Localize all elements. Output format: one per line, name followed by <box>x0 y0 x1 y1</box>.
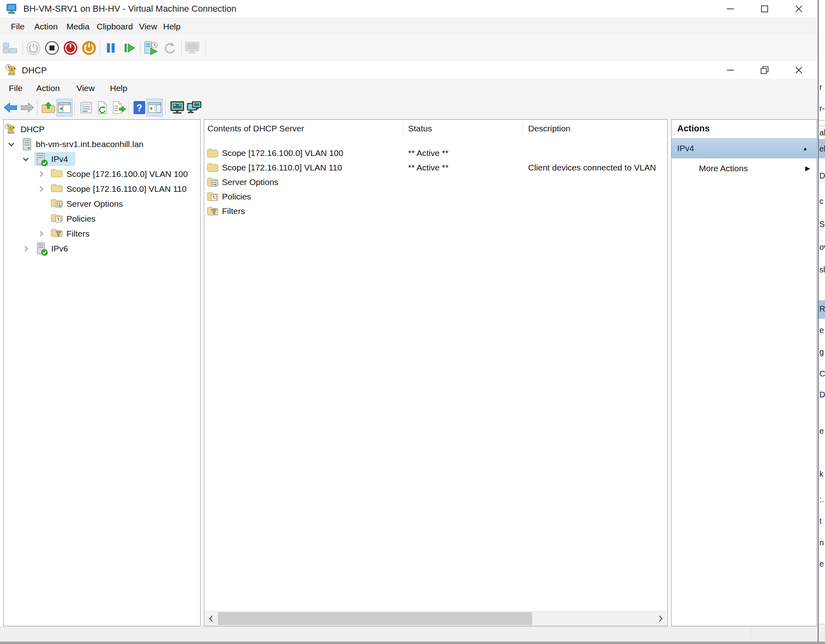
remote-desktop-icon[interactable] <box>169 99 185 116</box>
vm-menu-media[interactable]: Media <box>64 18 92 35</box>
scrollbar-thumb[interactable] <box>218 612 532 625</box>
save-icon[interactable] <box>81 39 97 57</box>
chevron-expanded-icon[interactable] <box>21 155 30 164</box>
close-button[interactable] <box>788 1 810 17</box>
up-one-level-icon[interactable] <box>40 99 56 116</box>
contents-list-pane: Contents of DHCP Server Status Descripti… <box>204 119 668 626</box>
vm-menu-clipboard[interactable]: Clipboard <box>94 18 135 35</box>
window-bottom-edge <box>0 642 825 644</box>
edge-text-fragment: sl <box>819 265 825 274</box>
edge-divider-line <box>819 126 825 126</box>
column-divider[interactable] <box>403 122 404 137</box>
tree-item-label: bh-vm-srv1.int.beaconhill.lan <box>36 139 143 149</box>
toolbar-separator <box>205 41 206 55</box>
column-header-contents[interactable]: Contents of DHCP Server <box>207 124 304 133</box>
edge-text-fragment: S <box>819 220 825 229</box>
tree-item-scope-100[interactable]: Scope [172.16.100.0] VLAN 100 <box>4 167 200 181</box>
refresh-icon[interactable] <box>94 99 110 116</box>
export-list-icon[interactable] <box>110 99 126 116</box>
dhcp-close-button[interactable] <box>788 62 810 78</box>
forward-icon[interactable] <box>19 99 35 116</box>
revert-icon[interactable] <box>161 39 178 57</box>
tree-item-label: Filters <box>66 229 89 239</box>
dhcp-server-icon <box>21 138 34 151</box>
list-row-policies[interactable]: Policies <box>204 190 667 204</box>
show-console-tree-icon[interactable] <box>56 99 73 116</box>
minimize-button[interactable] <box>719 1 741 17</box>
ctrl-alt-del-icon[interactable] <box>2 39 19 57</box>
column-divider[interactable] <box>522 122 523 137</box>
tree-item-ipv6[interactable]: IPv6 <box>4 241 200 256</box>
column-header-description[interactable]: Description <box>528 124 570 133</box>
list-row-scope-100[interactable]: Scope [172.16.100.0] VLAN 100 ** Active … <box>204 146 667 161</box>
actions-group-ipv4[interactable]: IPv4 ▲ <box>672 139 817 158</box>
column-header-status[interactable]: Status <box>408 124 432 133</box>
chevron-expanded-icon[interactable] <box>7 140 16 149</box>
list-row-scope-110[interactable]: Scope [172.16.110.0] VLAN 110 ** Active … <box>204 161 667 175</box>
pause-icon[interactable] <box>102 39 119 57</box>
vm-connection-app-icon <box>6 3 19 15</box>
actions-pane: Actions IPv4 ▲ More Actions ▶ <box>671 119 817 626</box>
tree-item-server-options[interactable]: Server Options <box>4 197 200 211</box>
tree-item-label: IPv4 <box>51 154 68 164</box>
scope-folder-icon <box>50 183 63 195</box>
help-icon[interactable]: ? <box>131 99 147 116</box>
reset-icon[interactable] <box>121 39 138 57</box>
tree-item-ipv4[interactable]: IPv4 <box>4 152 200 166</box>
show-action-pane-icon[interactable] <box>147 99 163 116</box>
checkpoint-icon[interactable] <box>143 39 160 57</box>
scroll-right-arrow[interactable] <box>654 611 667 626</box>
more-actions-label: More Actions <box>699 164 748 173</box>
chevron-collapsed-icon[interactable] <box>37 229 46 238</box>
maximize-button[interactable] <box>754 1 775 17</box>
scroll-left-arrow[interactable] <box>204 611 218 626</box>
vm-menu-action[interactable]: Action <box>32 18 60 35</box>
shut-down-icon[interactable] <box>62 39 79 57</box>
horizontal-scrollbar[interactable] <box>204 611 667 626</box>
tree-item-dhcp-root[interactable]: DHCP <box>4 122 200 137</box>
background-window-edge[interactable]: r r- al el Di c S ov sl R e g C D e k :.… <box>818 0 825 642</box>
actions-pane-title: Actions <box>677 123 710 134</box>
tree-item-scope-110[interactable]: Scope [172.16.110.0] VLAN 110 <box>4 182 200 196</box>
edge-text-fragment: R <box>819 304 825 314</box>
edge-text-fragment: n <box>819 538 824 547</box>
tree-item-filters[interactable]: Filters <box>4 226 200 241</box>
chevron-collapsed-icon[interactable] <box>21 244 30 253</box>
vm-menu-view[interactable]: View <box>137 18 160 35</box>
properties-icon[interactable] <box>78 99 94 116</box>
dhcp-menu-view[interactable]: View <box>74 79 97 97</box>
ipv4-server-icon <box>36 153 49 166</box>
list-cell-name: Scope [172.16.100.0] VLAN 100 <box>222 148 343 158</box>
dhcp-menu-action[interactable]: Action <box>34 79 62 97</box>
dhcp-minimize-button[interactable] <box>719 62 741 78</box>
toolbar-separator <box>128 101 129 115</box>
dhcp-menu-help[interactable]: Help <box>108 79 130 97</box>
edge-text-fragment: e <box>819 559 824 569</box>
vm-menu-file[interactable]: File <box>8 18 27 35</box>
start-icon[interactable] <box>25 39 42 57</box>
turn-off-icon[interactable] <box>44 39 60 57</box>
edge-text-fragment: Di <box>819 171 825 181</box>
toolbar-separator <box>23 41 23 55</box>
list-row-filters[interactable]: Filters <box>204 204 667 219</box>
edge-text-fragment: t <box>819 517 822 526</box>
toolbar-separator <box>37 101 37 115</box>
dhcp-menu-file[interactable]: File <box>6 79 25 97</box>
remote-desktops-icon[interactable] <box>186 99 202 116</box>
back-icon[interactable] <box>2 99 19 116</box>
dhcp-restore-button[interactable] <box>754 62 775 78</box>
collapse-group-icon[interactable]: ▲ <box>802 145 808 152</box>
edge-text-fragment: e <box>819 426 824 436</box>
enhanced-session-icon[interactable] <box>184 39 201 57</box>
more-actions-item[interactable]: More Actions ▶ <box>672 160 817 178</box>
tree-item-server[interactable]: bh-vm-srv1.int.beaconhill.lan <box>4 137 200 152</box>
tree-item-policies[interactable]: Policies <box>4 212 200 226</box>
toolbar-separator <box>165 101 166 115</box>
edge-text-fragment: :. <box>819 495 824 504</box>
chevron-collapsed-icon[interactable] <box>37 170 46 179</box>
vm-toolbar <box>0 35 818 62</box>
chevron-collapsed-icon[interactable] <box>37 185 46 193</box>
vm-menu-help[interactable]: Help <box>161 18 183 35</box>
list-row-server-options[interactable]: Server Options <box>204 175 667 190</box>
tree-item-label: DHCP <box>21 125 45 134</box>
